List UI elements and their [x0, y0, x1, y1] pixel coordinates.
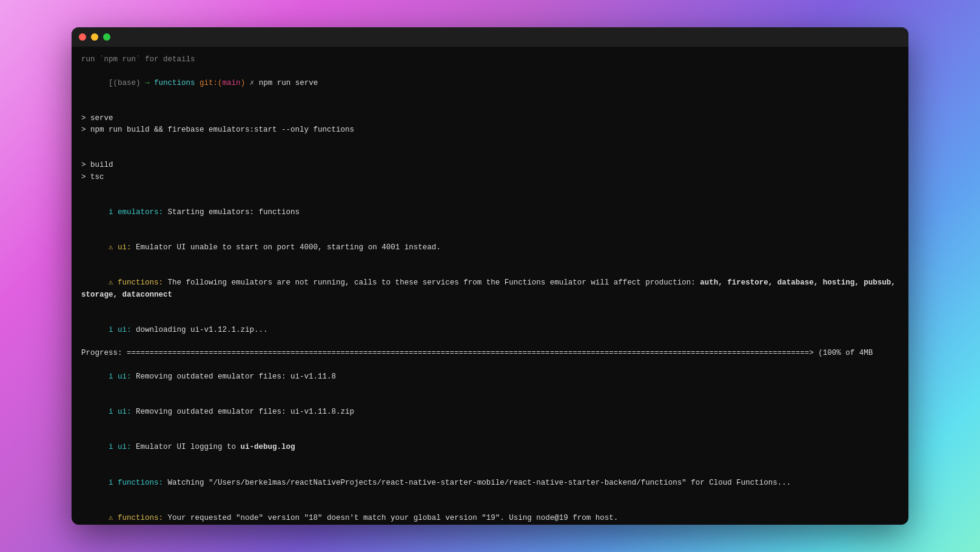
- line-tsc-out: > tsc: [81, 172, 899, 183]
- close-button[interactable]: [79, 33, 86, 41]
- line-functions-warn: ⚠ functions: The following emulators are…: [81, 266, 899, 313]
- titlebar: [72, 27, 908, 47]
- line-progress: Progress: ==============================…: [81, 348, 899, 359]
- line-blank2: [81, 136, 899, 148]
- terminal-window: run `npm run` for details [(base) → func…: [72, 27, 908, 525]
- line-node-warn: ⚠ functions: Your requested "node" versi…: [81, 500, 899, 525]
- line-blank3: [81, 148, 899, 160]
- line-emulators-start: i emulators: Starting emulators: functio…: [81, 195, 899, 231]
- line-ui-remove2: i ui: Removing outdated emulator files: …: [81, 395, 899, 430]
- maximize-button[interactable]: [103, 33, 110, 41]
- line-build-out: > build: [81, 160, 899, 171]
- minimize-button[interactable]: [91, 33, 98, 41]
- line-prompt: [(base) → functions git:(main) ✗ npm run…: [81, 66, 899, 101]
- line-blank4: [81, 183, 899, 195]
- line-ui-download: i ui: downloading ui-v1.12.1.zip...: [81, 312, 899, 348]
- line-blank1: [81, 101, 899, 113]
- line-ui-logging: i ui: Emulator UI logging to ui-debug.lo…: [81, 430, 899, 465]
- line-build-cmd: > npm run build && firebase emulators:st…: [81, 124, 899, 136]
- terminal-body: run `npm run` for details [(base) → func…: [72, 47, 908, 525]
- line-serve-out: > serve: [81, 113, 899, 124]
- line-prev-cmd: run `npm run` for details: [81, 54, 899, 66]
- line-ui-warn: ⚠ ui: Emulator UI unable to start on por…: [81, 231, 899, 266]
- line-ui-remove1: i ui: Removing outdated emulator files: …: [81, 360, 899, 395]
- line-functions-watch: i functions: Watching "/Users/berkelmas/…: [81, 465, 899, 500]
